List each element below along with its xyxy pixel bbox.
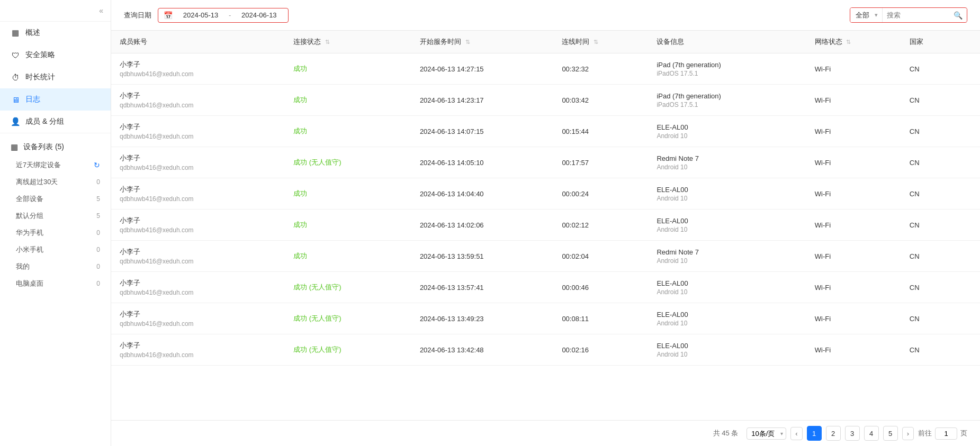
status-text: 成功: [293, 189, 307, 197]
device-os: iPadOS 17.5.1: [657, 70, 797, 77]
cell-start-time: 2024-06-13 14:07:15: [411, 116, 554, 147]
cell-member: 小李子 qdbhuwb416@xeduh.com: [111, 178, 285, 210]
log-table: 成员账号 连接状态 ⇅ 开始服务时间 ⇅ 连线时间 ⇅: [111, 31, 980, 366]
page-size-select[interactable]: 10条/页 20条/页 50条/页: [747, 427, 786, 440]
cell-device: ELE-AL00 Android 10: [648, 210, 806, 241]
cell-country: CN: [901, 272, 980, 303]
cell-online-time: 00:00:46: [553, 272, 648, 303]
table-row: 小李子 qdbhuwb416@xeduh.com 成功 (无人值守) 2024-…: [111, 147, 980, 178]
cell-online-time: 00:03:42: [553, 85, 648, 116]
col-header-status[interactable]: 连接状态 ⇅: [285, 31, 411, 53]
cell-status: 成功: [285, 210, 411, 241]
status-select[interactable]: 全部 成功 失败: [850, 8, 882, 22]
page-btn-1[interactable]: 1: [807, 426, 822, 441]
cell-device: Redmi Note 7 Android 10: [648, 241, 806, 272]
table-header-row: 成员账号 连接状态 ⇅ 开始服务时间 ⇅ 连线时间 ⇅: [111, 31, 980, 53]
status-select-wrapper: 全部 成功 失败: [850, 8, 883, 22]
status-text: 成功 (无人值守): [293, 314, 341, 322]
sidebar-sub-item-desktop[interactable]: 电脑桌面 0: [0, 275, 111, 292]
sidebar-item-label: 成员 & 分组: [25, 117, 64, 126]
goto-input[interactable]: [935, 427, 957, 440]
cell-start-time: 2024-06-13 14:27:15: [411, 53, 554, 85]
sidebar-item-logs[interactable]: 🖥 日志: [0, 88, 111, 111]
sub-item-label: 全部设备: [16, 194, 93, 204]
sidebar-item-members[interactable]: 👤 成员 & 分组: [0, 111, 111, 133]
prev-page-button[interactable]: ‹: [790, 427, 802, 440]
cell-online-time: 00:02:12: [553, 210, 648, 241]
member-email: qdbhuwb416@xeduh.com: [120, 226, 276, 234]
next-page-button[interactable]: ›: [902, 427, 914, 440]
device-os: Android 10: [657, 351, 797, 358]
search-input[interactable]: [887, 8, 950, 22]
page-label: 页: [960, 429, 967, 438]
col-header-network[interactable]: 网络状态 ⇅: [806, 31, 901, 53]
cell-device: iPad (7th generation) iPadOS 17.5.1: [648, 53, 806, 85]
device-os: Android 10: [657, 288, 797, 296]
main-content: 查询日期 📅 - 全部 成功 失败 🔍: [111, 0, 980, 446]
page-btn-5[interactable]: 5: [883, 426, 898, 441]
page-btn-2[interactable]: 2: [826, 426, 841, 441]
sidebar-sub-item-recent7[interactable]: 近7天绑定设备 ↻: [0, 157, 111, 174]
device-os: Android 10: [657, 132, 797, 140]
sidebar-sub-item-mine[interactable]: 我的 0: [0, 258, 111, 275]
table-row: 小李子 qdbhuwb416@xeduh.com 成功 (无人值守) 2024-…: [111, 303, 980, 334]
device-os: iPadOS 17.5.1: [657, 101, 797, 108]
device-model: ELE-AL00: [657, 123, 797, 131]
sidebar-item-time-stats[interactable]: ⏱ 时长统计: [0, 66, 111, 88]
cell-network: Wi-Fi: [806, 241, 901, 272]
cell-online-time: 00:17:57: [553, 147, 648, 178]
table-body: 小李子 qdbhuwb416@xeduh.com 成功 2024-06-13 1…: [111, 53, 980, 366]
sidebar-sub-item-huawei[interactable]: 华为手机 0: [0, 224, 111, 241]
cell-device: ELE-AL00 Android 10: [648, 334, 806, 366]
status-text: 成功 (无人值守): [293, 158, 341, 166]
collapse-button[interactable]: «: [99, 6, 103, 15]
member-name: 小李子: [120, 310, 276, 319]
cell-country: CN: [901, 147, 980, 178]
sub-item-count: 0: [96, 229, 100, 236]
sidebar-item-label: 日志: [25, 95, 40, 104]
time-stats-icon: ⏱: [11, 73, 20, 82]
cell-start-time: 2024-06-13 14:04:40: [411, 178, 554, 210]
cell-country: CN: [901, 53, 980, 85]
overview-icon: ▦: [11, 28, 20, 38]
table-row: 小李子 qdbhuwb416@xeduh.com 成功 2024-06-13 1…: [111, 178, 980, 210]
status-text: 成功 (无人值守): [293, 283, 341, 291]
cell-start-time: 2024-06-13 13:57:41: [411, 272, 554, 303]
sidebar-item-overview[interactable]: ▦ 概述: [0, 22, 111, 44]
cell-status: 成功 (无人值守): [285, 272, 411, 303]
status-text: 成功: [293, 65, 307, 72]
member-email: qdbhuwb416@xeduh.com: [120, 195, 276, 203]
cell-status: 成功: [285, 116, 411, 147]
member-name: 小李子: [120, 91, 276, 101]
member-email: qdbhuwb416@xeduh.com: [120, 320, 276, 327]
page-btn-4[interactable]: 4: [864, 426, 879, 441]
cell-start-time: 2024-06-13 13:49:23: [411, 303, 554, 334]
sidebar-item-label: 安全策略: [25, 50, 55, 60]
sub-item-count: 5: [96, 195, 100, 203]
date-from-input[interactable]: [177, 11, 224, 19]
device-os: Android 10: [657, 320, 797, 327]
cell-network: Wi-Fi: [806, 334, 901, 366]
member-email: qdbhuwb416@xeduh.com: [120, 133, 276, 140]
member-name: 小李子: [120, 122, 276, 132]
col-header-start-time[interactable]: 开始服务时间 ⇅: [411, 31, 554, 53]
sort-icon: ⇅: [846, 39, 851, 45]
page-btn-3[interactable]: 3: [845, 426, 860, 441]
sidebar-sub-item-default-group[interactable]: 默认分组 5: [0, 207, 111, 224]
search-icon[interactable]: 🔍: [954, 11, 963, 20]
sidebar-item-security[interactable]: 🛡 安全策略: [0, 44, 111, 66]
sort-icon: ⇅: [325, 39, 330, 45]
sidebar-sub-item-all[interactable]: 全部设备 5: [0, 190, 111, 207]
sidebar-sub-item-xiaomi[interactable]: 小米手机 0: [0, 241, 111, 258]
device-section-header[interactable]: ▦ 设备列表 (5): [0, 138, 111, 157]
filter-bar: 查询日期 📅 - 全部 成功 失败 🔍: [111, 0, 980, 31]
device-model: ELE-AL00: [657, 217, 797, 225]
device-model: ELE-AL00: [657, 279, 797, 287]
date-to-input[interactable]: [235, 11, 283, 19]
device-model: ELE-AL00: [657, 186, 797, 194]
cell-member: 小李子 qdbhuwb416@xeduh.com: [111, 147, 285, 178]
col-header-online-time[interactable]: 连线时间 ⇅: [553, 31, 648, 53]
member-name: 小李子: [120, 60, 276, 69]
member-email: qdbhuwb416@xeduh.com: [120, 164, 276, 171]
sidebar-sub-item-offline30[interactable]: 离线超过30天 0: [0, 174, 111, 190]
